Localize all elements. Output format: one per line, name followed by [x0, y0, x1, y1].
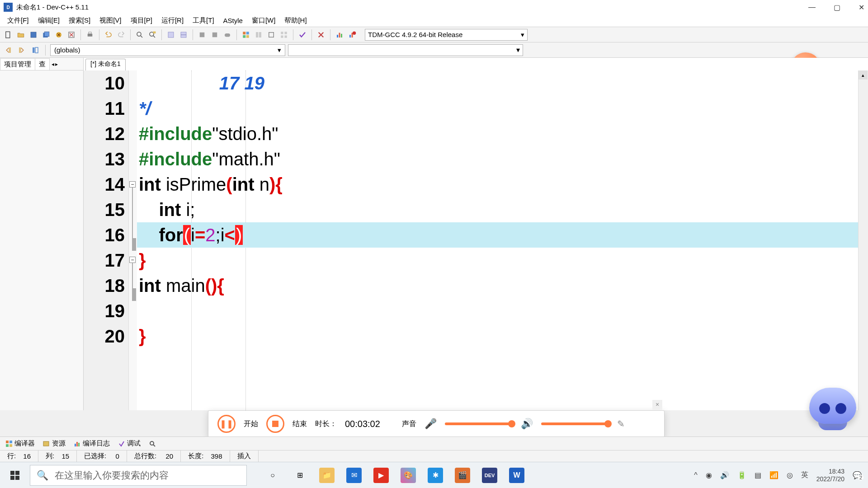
recorder-pause-button[interactable]: ❚❚ — [217, 415, 236, 433]
svg-rect-15 — [225, 33, 230, 37]
menu-astyle[interactable]: AStyle — [219, 16, 247, 25]
speaker-icon[interactable]: 🔊 — [521, 418, 533, 430]
menu-window[interactable]: 窗口[W] — [247, 15, 280, 26]
grid-icon[interactable] — [278, 29, 289, 40]
save-icon[interactable] — [28, 29, 39, 40]
pen-icon[interactable]: ✎ — [617, 418, 625, 429]
undo-icon[interactable] — [103, 29, 114, 40]
tab-nav-right-icon[interactable]: ▸ — [55, 61, 58, 67]
svg-rect-20 — [256, 32, 258, 38]
tray-sync-icon[interactable]: ◉ — [706, 471, 712, 479]
toggle-panel-icon[interactable] — [30, 45, 41, 56]
start-button[interactable] — [0, 462, 30, 488]
menu-run[interactable]: 运行[R] — [157, 15, 188, 26]
tab-debug[interactable]: 调试 — [115, 438, 143, 449]
file-tab[interactable]: [*] 未命名1 — [85, 59, 126, 70]
menu-search[interactable]: 搜索[S] — [64, 15, 95, 26]
code-editor[interactable]: 101112 131415 161718 1920 − − 17 19 * — [84, 70, 868, 410]
mail-icon[interactable]: ✉ — [346, 468, 362, 483]
tray-location-icon[interactable]: ◎ — [787, 471, 793, 479]
close-button[interactable]: ✕ — [859, 3, 864, 12]
svg-rect-47 — [15, 471, 19, 475]
minimize-button[interactable]: — — [808, 3, 816, 12]
word-icon[interactable]: W — [509, 468, 524, 483]
print-icon[interactable] — [85, 29, 95, 40]
forward-icon[interactable] — [16, 45, 27, 56]
delete-chart-icon[interactable] — [347, 29, 358, 40]
menu-file[interactable]: 文件[F] — [3, 15, 33, 26]
compile-run-icon[interactable] — [222, 29, 233, 40]
menu-edit[interactable]: 编辑[E] — [33, 15, 64, 26]
task-view-icon[interactable]: ⊞ — [292, 468, 307, 483]
redo-icon[interactable] — [116, 29, 127, 40]
tab-compiler[interactable]: 编译器 — [3, 438, 38, 449]
open-file-icon[interactable] — [15, 29, 26, 40]
menu-project[interactable]: 项目[P] — [126, 15, 157, 26]
explorer-icon[interactable]: 📁 — [319, 468, 335, 483]
bookmark-icon[interactable] — [178, 29, 189, 40]
close-all-icon[interactable] — [66, 29, 77, 40]
editor-pane: [*] 未命名1 101112 131415 161718 1920 − − — [84, 58, 868, 410]
vertical-scrollbar[interactable]: ▴ — [858, 70, 868, 410]
fold-toggle-icon[interactable]: − — [129, 257, 136, 263]
tab-project-manage[interactable]: 项目管理 — [0, 58, 35, 70]
recorder-bar: × ❚❚ 开始 结束 时长： 00:03:02 声音 🎤 🔊 ✎ — [208, 410, 665, 437]
tab-nav-left-icon[interactable]: ◂ — [52, 61, 54, 67]
svg-rect-33 — [9, 47, 11, 53]
messaging-icon[interactable]: ✱ — [428, 468, 443, 483]
maximize-button[interactable]: ▢ — [834, 3, 840, 12]
recorder-bar-close-icon[interactable]: × — [652, 400, 662, 410]
taskbar-clock[interactable]: 18:432022/7/20 — [816, 468, 844, 483]
tab-resources[interactable]: 资源 — [40, 438, 68, 449]
status-col: 15 — [61, 452, 69, 460]
debug-icon[interactable] — [253, 29, 264, 40]
mic-icon[interactable]: 🎤 — [425, 418, 437, 430]
ime-language[interactable]: 英 — [801, 470, 808, 480]
tab-search-results[interactable] — [146, 439, 159, 448]
line-gutter: 101112 131415 161718 1920 — [84, 70, 129, 410]
close-file-icon[interactable] — [53, 29, 64, 40]
tray-wifi-icon[interactable]: 📶 — [769, 471, 778, 479]
save-all-icon[interactable] — [41, 29, 52, 40]
cortana-icon[interactable]: ○ — [265, 468, 280, 483]
paint-icon[interactable]: 🎨 — [401, 468, 416, 483]
run-icon[interactable] — [209, 29, 220, 40]
svg-rect-19 — [246, 35, 249, 38]
taskbar-search[interactable]: 🔍 在这里输入你要搜索的内容 — [30, 465, 247, 486]
menu-view[interactable]: 视图[V] — [95, 15, 126, 26]
back-icon[interactable] — [3, 45, 14, 56]
video-editor-icon[interactable]: 🎬 — [455, 468, 470, 483]
fold-toggle-icon[interactable]: − — [129, 181, 136, 188]
rebuild-icon[interactable] — [241, 29, 251, 40]
assistant-avatar[interactable] — [806, 383, 860, 437]
compiler-select[interactable]: TDM-GCC 4.9.2 64-bit Release▾ — [365, 29, 528, 41]
goto-line-icon[interactable] — [165, 29, 176, 40]
menu-help[interactable]: 帮助[H] — [280, 15, 311, 26]
tab-class-view[interactable]: 查 — [35, 58, 50, 70]
youtube-icon[interactable]: ▶ — [373, 468, 389, 483]
menu-tools[interactable]: 工具[T] — [188, 15, 219, 26]
compile-icon[interactable] — [197, 29, 208, 40]
check-icon[interactable] — [297, 29, 308, 40]
tab-compile-log[interactable]: 编译日志 — [71, 438, 113, 449]
svg-rect-1 — [31, 32, 36, 38]
stop-icon[interactable] — [316, 29, 326, 40]
devcpp-icon[interactable]: DEV — [482, 468, 497, 483]
left-panel: 项目管理 查 ◂▸ — [0, 58, 84, 410]
recorder-stop-button[interactable] — [266, 415, 284, 433]
tray-network-icon[interactable]: ▤ — [755, 471, 761, 479]
speaker-volume-slider[interactable] — [541, 422, 609, 425]
svg-rect-27 — [337, 35, 338, 38]
chart-icon[interactable] — [334, 29, 345, 40]
notifications-icon[interactable]: 💬2 — [853, 471, 862, 479]
replace-icon[interactable] — [147, 29, 158, 40]
tray-overflow-icon[interactable]: ^ — [694, 471, 698, 479]
tray-battery-icon[interactable]: 🔋 — [737, 471, 746, 479]
globals-combo[interactable]: (globals)▾ — [50, 44, 285, 56]
profile-icon[interactable] — [266, 29, 277, 40]
mic-volume-slider[interactable] — [445, 422, 513, 425]
tray-volume-icon[interactable]: 🔊 — [720, 471, 729, 479]
class-combo[interactable]: ▾ — [288, 44, 523, 56]
find-icon[interactable] — [134, 29, 145, 40]
new-file-icon[interactable] — [3, 29, 14, 40]
